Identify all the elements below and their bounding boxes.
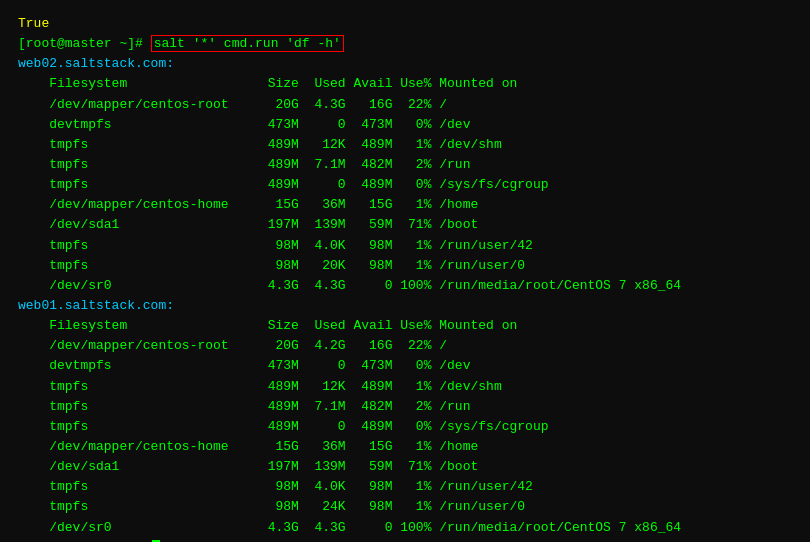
web02-row-1: /dev/mapper/centos-root 20G 4.3G 16G 22%… [18, 95, 810, 115]
web01-row-4: tmpfs 489M 7.1M 482M 2% /run [18, 397, 810, 417]
web02-header: web02.saltstack.com: [18, 54, 810, 74]
output-true: True [18, 14, 810, 34]
command-line: [root@master ~]# salt '*' cmd.run 'df -h… [18, 34, 810, 54]
web02-row-10: /dev/sr0 4.3G 4.3G 0 100% /run/media/roo… [18, 276, 810, 296]
web01-row-2: devtmpfs 473M 0 473M 0% /dev [18, 356, 810, 376]
prompt-1: [root@master ~]# [18, 36, 151, 51]
command-text: salt '*' cmd.run 'df -h' [151, 35, 344, 52]
web01-row-1: /dev/mapper/centos-root 20G 4.2G 16G 22%… [18, 336, 810, 356]
web02-row-4: tmpfs 489M 7.1M 482M 2% /run [18, 155, 810, 175]
web01-row-5: tmpfs 489M 0 489M 0% /sys/fs/cgroup [18, 417, 810, 437]
web02-row-7: /dev/sda1 197M 139M 59M 71% /boot [18, 215, 810, 235]
web02-row-9: tmpfs 98M 20K 98M 1% /run/user/0 [18, 256, 810, 276]
web01-header: web01.saltstack.com: [18, 296, 810, 316]
web02-row-3: tmpfs 489M 12K 489M 1% /dev/shm [18, 135, 810, 155]
web02-row-5: tmpfs 489M 0 489M 0% /sys/fs/cgroup [18, 175, 810, 195]
web02-row-8: tmpfs 98M 4.0K 98M 1% /run/user/42 [18, 236, 810, 256]
web01-row-10: /dev/sr0 4.3G 4.3G 0 100% /run/media/roo… [18, 518, 810, 538]
web01-row-3: tmpfs 489M 12K 489M 1% /dev/shm [18, 377, 810, 397]
web02-row-2: devtmpfs 473M 0 473M 0% /dev [18, 115, 810, 135]
web01-row-7: /dev/sda1 197M 139M 59M 71% /boot [18, 457, 810, 477]
terminal-window[interactable]: True [root@master ~]# salt '*' cmd.run '… [10, 8, 810, 542]
web01-row-9: tmpfs 98M 24K 98M 1% /run/user/0 [18, 497, 810, 517]
web02-row-6: /dev/mapper/centos-home 15G 36M 15G 1% /… [18, 195, 810, 215]
web01-fs-header: Filesystem Size Used Avail Use% Mounted … [18, 316, 810, 336]
final-prompt-line: [root@master ~]# [18, 538, 810, 542]
web01-row-8: tmpfs 98M 4.0K 98M 1% /run/user/42 [18, 477, 810, 497]
web02-fs-header: Filesystem Size Used Avail Use% Mounted … [18, 74, 810, 94]
web01-row-6: /dev/mapper/centos-home 15G 36M 15G 1% /… [18, 437, 810, 457]
